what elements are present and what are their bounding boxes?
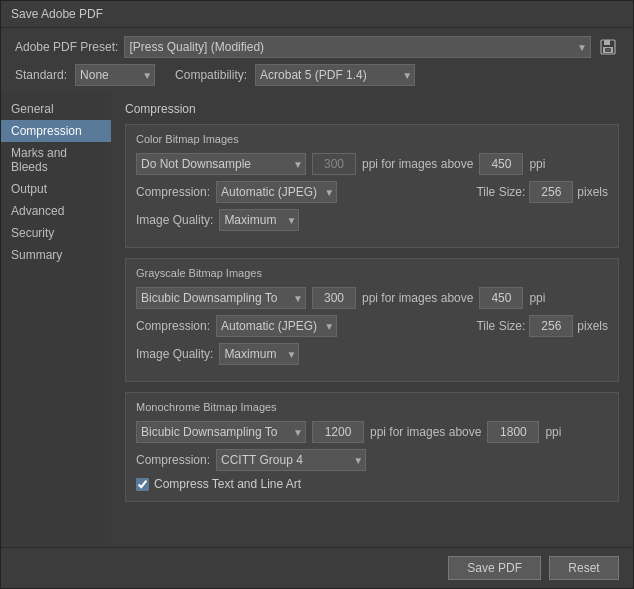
gray-downsample-row: Do Not Downsample Bicubic Downsampling T…: [136, 287, 608, 309]
compatibility-select-wrap: Acrobat 5 (PDF 1.4) ▼: [255, 64, 415, 86]
mono-ppi-input[interactable]: [312, 421, 364, 443]
color-ppi-input[interactable]: [312, 153, 356, 175]
grayscale-bitmap-group: Grayscale Bitmap Images Do Not Downsampl…: [125, 258, 619, 382]
gray-ppi-unit: ppi: [529, 291, 545, 305]
color-quality-select[interactable]: Maximum High Medium Low Minimum: [219, 209, 299, 231]
color-quality-row: Image Quality: Maximum High Medium Low M…: [136, 209, 608, 231]
save-preset-icon[interactable]: [597, 36, 619, 58]
main-window: Save Adobe PDF Adobe PDF Preset: [Press …: [0, 0, 634, 589]
mono-downsample-row: Do Not Downsample Bicubic Downsampling T…: [136, 421, 608, 443]
color-ppi-unit: ppi: [529, 157, 545, 171]
color-ppi-above-input[interactable]: [479, 153, 523, 175]
section-title: Compression: [125, 102, 619, 116]
monochrome-bitmap-title: Monochrome Bitmap Images: [136, 401, 608, 413]
mono-compression-row: Compression: CCITT Group 4 CCITT Group 3…: [136, 449, 608, 471]
svg-rect-1: [604, 40, 610, 45]
gray-tile-unit: pixels: [577, 319, 608, 333]
color-bitmap-title: Color Bitmap Images: [136, 133, 608, 145]
content-area: Compression Color Bitmap Images Do Not D…: [111, 94, 633, 547]
mono-compression-select-wrap: CCITT Group 4 CCITT Group 3 ZIP None ▼: [216, 449, 366, 471]
preset-label: Adobe PDF Preset:: [15, 40, 118, 54]
color-downsample-select[interactable]: Do Not Downsample Bicubic Downsampling T…: [136, 153, 306, 175]
standard-select[interactable]: None: [75, 64, 155, 86]
mono-compression-label: Compression:: [136, 453, 210, 467]
color-downsample-row: Do Not Downsample Bicubic Downsampling T…: [136, 153, 608, 175]
compatibility-label: Compatibility:: [175, 68, 247, 82]
sidebar-item-compression[interactable]: Compression: [1, 120, 111, 142]
mono-downsample-select[interactable]: Do Not Downsample Bicubic Downsampling T…: [136, 421, 306, 443]
gray-downsample-select[interactable]: Do Not Downsample Bicubic Downsampling T…: [136, 287, 306, 309]
gray-tile-label: Tile Size:: [476, 319, 525, 333]
color-tile-label: Tile Size:: [476, 185, 525, 199]
sidebar-item-marks-bleeds[interactable]: Marks and Bleeds: [1, 142, 111, 178]
grayscale-bitmap-title: Grayscale Bitmap Images: [136, 267, 608, 279]
color-quality-select-wrap: Maximum High Medium Low Minimum ▼: [219, 209, 299, 231]
compress-text-checkbox[interactable]: [136, 478, 149, 491]
gray-tile-input[interactable]: [529, 315, 573, 337]
color-compression-select[interactable]: Automatic (JPEG) JPEG JPEG 2000 ZIP None: [216, 181, 337, 203]
gray-ppi-above-input[interactable]: [479, 287, 523, 309]
std-compat-row: Standard: None ▼ Compatibility: Acrobat …: [1, 64, 633, 94]
gray-downsample-select-wrap: Do Not Downsample Bicubic Downsampling T…: [136, 287, 306, 309]
gray-quality-select-wrap: Maximum High Medium Low Minimum ▼: [219, 343, 299, 365]
color-quality-label: Image Quality:: [136, 213, 213, 227]
preset-row: Adobe PDF Preset: [Press Quality] (Modif…: [1, 28, 633, 64]
sidebar-item-output[interactable]: Output: [1, 178, 111, 200]
window-title: Save Adobe PDF: [11, 7, 103, 21]
main-content: General Compression Marks and Bleeds Out…: [1, 94, 633, 547]
bottom-bar: Save PDF Reset: [1, 547, 633, 588]
gray-tile-group: Tile Size: pixels: [476, 315, 608, 337]
color-tile-group: Tile Size: pixels: [476, 181, 608, 203]
mono-ppi-above-input[interactable]: [487, 421, 539, 443]
reset-button[interactable]: Reset: [549, 556, 619, 580]
svg-rect-3: [605, 48, 611, 52]
color-tile-unit: pixels: [577, 185, 608, 199]
mono-ppi-label: ppi for images above: [370, 425, 481, 439]
mono-downsample-select-wrap: Do Not Downsample Bicubic Downsampling T…: [136, 421, 306, 443]
standard-select-wrap: None ▼: [75, 64, 155, 86]
gray-compression-row: Compression: Automatic (JPEG) JPEG JPEG …: [136, 315, 608, 337]
compress-text-row: Compress Text and Line Art: [136, 477, 608, 491]
gray-compression-label: Compression:: [136, 319, 210, 333]
gray-quality-row: Image Quality: Maximum High Medium Low M…: [136, 343, 608, 365]
sidebar-item-general[interactable]: General: [1, 98, 111, 120]
title-bar: Save Adobe PDF: [1, 1, 633, 28]
compatibility-select[interactable]: Acrobat 5 (PDF 1.4): [255, 64, 415, 86]
sidebar: General Compression Marks and Bleeds Out…: [1, 94, 111, 547]
standard-label: Standard:: [15, 68, 67, 82]
monochrome-bitmap-group: Monochrome Bitmap Images Do Not Downsamp…: [125, 392, 619, 502]
gray-compression-select[interactable]: Automatic (JPEG) JPEG JPEG 2000 ZIP None: [216, 315, 337, 337]
color-bitmap-group: Color Bitmap Images Do Not Downsample Bi…: [125, 124, 619, 248]
sidebar-item-security[interactable]: Security: [1, 222, 111, 244]
mono-compression-select[interactable]: CCITT Group 4 CCITT Group 3 ZIP None: [216, 449, 366, 471]
color-compression-select-wrap: Automatic (JPEG) JPEG JPEG 2000 ZIP None…: [216, 181, 337, 203]
gray-compression-select-wrap: Automatic (JPEG) JPEG JPEG 2000 ZIP None…: [216, 315, 337, 337]
gray-quality-select[interactable]: Maximum High Medium Low Minimum: [219, 343, 299, 365]
save-pdf-button[interactable]: Save PDF: [448, 556, 541, 580]
sidebar-item-summary[interactable]: Summary: [1, 244, 111, 266]
compress-text-label: Compress Text and Line Art: [154, 477, 301, 491]
color-compression-label: Compression:: [136, 185, 210, 199]
preset-select-wrap: [Press Quality] (Modified) ▼: [124, 36, 591, 58]
gray-quality-label: Image Quality:: [136, 347, 213, 361]
sidebar-item-advanced[interactable]: Advanced: [1, 200, 111, 222]
gray-ppi-input[interactable]: [312, 287, 356, 309]
preset-select[interactable]: [Press Quality] (Modified): [124, 36, 591, 58]
color-tile-input[interactable]: [529, 181, 573, 203]
color-compression-row: Compression: Automatic (JPEG) JPEG JPEG …: [136, 181, 608, 203]
gray-ppi-label: ppi for images above: [362, 291, 473, 305]
color-downsample-select-wrap: Do Not Downsample Bicubic Downsampling T…: [136, 153, 306, 175]
mono-ppi-unit: ppi: [545, 425, 561, 439]
color-ppi-label: ppi for images above: [362, 157, 473, 171]
